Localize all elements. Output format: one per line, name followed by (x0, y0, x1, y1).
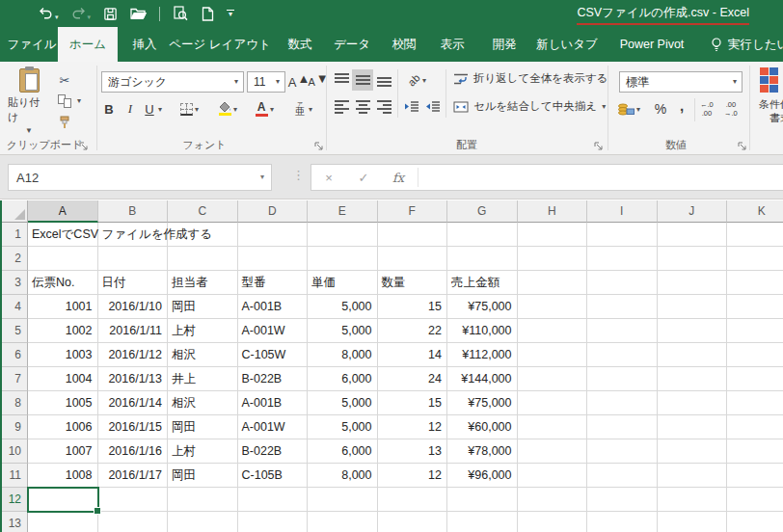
decrease-indent-button[interactable] (401, 96, 422, 118)
cell-C8[interactable]: 相沢 (168, 391, 238, 415)
cell-D5[interactable]: A-001W (238, 319, 309, 343)
cell-K10[interactable] (727, 439, 783, 464)
alignment-dialog-launcher[interactable] (594, 140, 603, 153)
row-header-7[interactable]: 7 (0, 367, 28, 391)
cell-G10[interactable]: ¥78,000 (447, 439, 518, 464)
align-center-button[interactable] (352, 96, 373, 118)
increase-decimal-button[interactable]: ←.0 .00 (700, 100, 714, 118)
cell-F2[interactable] (378, 247, 448, 271)
cell-F9[interactable]: 12 (378, 415, 448, 439)
number-format-combo[interactable]: 標準 ▾ (619, 71, 742, 93)
fill-handle[interactable] (94, 507, 101, 515)
column-header-G[interactable]: G (447, 200, 518, 223)
paste-button[interactable]: 貼り付け ▼ (8, 67, 50, 137)
cell-C13[interactable] (168, 512, 238, 532)
cell-F6[interactable]: 14 (378, 343, 448, 367)
conditional-formatting-button[interactable] (760, 67, 778, 93)
row-header-4[interactable]: 4 (0, 295, 28, 319)
cell-H3[interactable] (518, 271, 588, 295)
enter-button[interactable]: ✓ (346, 171, 381, 185)
cell-A1[interactable]: ExcelでCSV ファイルを作成する (28, 223, 98, 247)
cell-B8[interactable]: 2016/1/14 (98, 391, 169, 415)
number-format-dropdown-icon[interactable]: ▾ (733, 78, 742, 86)
cell-C6[interactable]: 相沢 (168, 343, 238, 367)
align-left-button[interactable] (331, 96, 352, 118)
cell-E6[interactable]: 8,000 (308, 343, 378, 367)
cell-E3[interactable]: 単価 (308, 271, 378, 295)
cell-D6[interactable]: C-105W (238, 343, 309, 367)
cell-E12[interactable] (308, 488, 378, 512)
column-header-K[interactable]: K (727, 200, 783, 223)
cell-E11[interactable]: 8,000 (308, 464, 378, 488)
cell-H11[interactable] (518, 464, 588, 488)
cell-B7[interactable]: 2016/1/13 (98, 367, 169, 391)
cancel-button[interactable]: × (311, 171, 346, 185)
cell-G8[interactable]: ¥75,000 (447, 391, 518, 415)
new-document-button[interactable] (201, 7, 214, 21)
italic-button[interactable]: I (120, 98, 141, 120)
align-top-button[interactable] (331, 69, 352, 91)
underline-dropdown-icon[interactable]: ▾ (158, 106, 162, 114)
copy-button[interactable] (54, 91, 75, 112)
cell-G2[interactable] (447, 247, 518, 271)
cell-I10[interactable] (587, 439, 658, 464)
cell-I4[interactable] (587, 295, 658, 319)
cell-C10[interactable]: 上村 (168, 439, 238, 464)
cell-F12[interactable] (378, 488, 448, 512)
cell-F5[interactable]: 22 (378, 319, 448, 343)
cell-I7[interactable] (587, 367, 658, 391)
tell-me-box[interactable]: 実行したい作 (711, 27, 783, 62)
increase-indent-button[interactable] (422, 96, 444, 118)
customize-qat-button[interactable]: ▾ (227, 10, 234, 17)
cell-K12[interactable] (727, 488, 783, 512)
font-color-dropdown-icon[interactable]: ▾ (270, 106, 274, 114)
cell-E5[interactable]: 5,000 (308, 319, 378, 343)
cell-F11[interactable]: 12 (378, 464, 448, 488)
wrap-text-button[interactable]: 折り返して全体を表示する (453, 71, 608, 86)
cell-G1[interactable] (447, 223, 518, 247)
cell-I11[interactable] (587, 464, 658, 488)
cell-C2[interactable] (168, 247, 238, 271)
cell-J6[interactable] (658, 343, 728, 367)
cell-J12[interactable] (658, 488, 728, 512)
decrease-decimal-button[interactable]: .00 →.0 (724, 100, 738, 118)
cell-A3[interactable]: 伝票No. (28, 271, 98, 295)
cell-C4[interactable]: 岡田 (168, 295, 238, 319)
row-header-13[interactable]: 13 (0, 512, 28, 532)
cell-H4[interactable] (518, 295, 588, 319)
cell-K8[interactable] (727, 391, 783, 415)
row-header-11[interactable]: 11 (0, 464, 28, 488)
formula-bar-grip[interactable]: ⋮ (292, 168, 305, 182)
fill-color-dropdown-icon[interactable]: ▾ (233, 106, 237, 114)
row-header-12[interactable]: 12 (0, 488, 28, 512)
cell-F10[interactable]: 13 (378, 439, 448, 464)
cell-B9[interactable]: 2016/1/15 (98, 415, 169, 439)
cell-K3[interactable] (727, 271, 783, 295)
cell-D10[interactable]: B-022B (238, 439, 309, 464)
cell-J4[interactable] (658, 295, 728, 319)
row-header-5[interactable]: 5 (0, 319, 28, 343)
phonetic-button[interactable]: ア 亜 (289, 98, 310, 120)
cell-D8[interactable]: A-001B (238, 391, 309, 415)
cell-D7[interactable]: B-022B (238, 367, 309, 391)
cell-D11[interactable]: C-105B (238, 464, 309, 488)
cell-H10[interactable] (518, 439, 588, 464)
cell-D4[interactable]: A-001B (238, 295, 309, 319)
cell-H5[interactable] (518, 319, 588, 343)
cell-C11[interactable]: 岡田 (168, 464, 238, 488)
cell-A2[interactable] (28, 247, 98, 271)
cell-C3[interactable]: 担当者 (168, 271, 238, 295)
column-header-E[interactable]: E (308, 200, 378, 223)
cell-E4[interactable]: 5,000 (308, 295, 378, 319)
cell-F1[interactable] (378, 223, 448, 247)
cell-J8[interactable] (658, 391, 728, 415)
cell-E9[interactable]: 5,000 (308, 415, 378, 439)
cell-F13[interactable] (378, 512, 448, 532)
cell-E13[interactable] (308, 512, 378, 532)
cell-H2[interactable] (518, 247, 588, 271)
tab-developer[interactable]: 開発 (481, 27, 528, 62)
align-bottom-button[interactable] (373, 69, 394, 91)
cell-A10[interactable]: 1007 (28, 439, 98, 464)
tab-power-pivot[interactable]: Power Pivot (608, 27, 696, 62)
cell-D2[interactable] (238, 247, 309, 271)
